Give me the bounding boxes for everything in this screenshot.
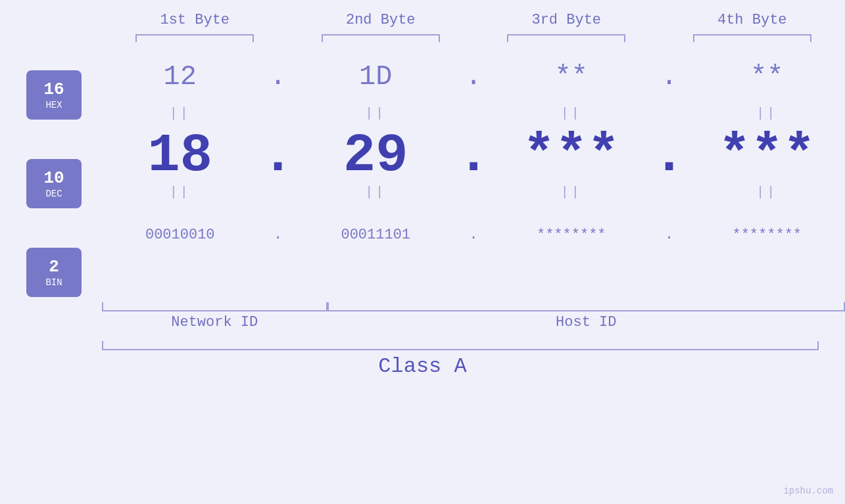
network-bracket <box>102 302 327 311</box>
bracket-cell-4 <box>660 32 846 44</box>
hex-dot-1: . <box>258 61 298 93</box>
eq-2: || <box>298 106 454 121</box>
bin-dot-1: . <box>258 227 298 243</box>
hex-number: 16 <box>43 80 64 100</box>
hex-val-2: 1D <box>298 61 454 93</box>
byte-header-2: 2nd Byte <box>288 12 474 28</box>
bin-val-2: 00011101 <box>298 227 454 243</box>
hex-val-4: ** <box>689 61 846 93</box>
hex-val-1: 12 <box>102 61 258 93</box>
bin-row: 00010010 . 00011101 . ******** . <box>102 208 845 261</box>
dec-dot-3: . <box>650 126 689 187</box>
dec-label: DEC <box>45 189 62 199</box>
bracket-line-4 <box>693 34 811 42</box>
class-bracket-row <box>0 341 845 350</box>
bin-number: 2 <box>49 257 59 277</box>
class-label-row: Class A <box>378 354 466 378</box>
bracket-cell-3 <box>473 32 660 44</box>
bracket-cell-2 <box>288 32 474 44</box>
eq2-4: || <box>689 185 846 200</box>
bin-dot-3: . <box>650 227 689 243</box>
dec-dot-2: . <box>454 126 493 187</box>
bracket-line-3 <box>507 34 625 42</box>
bin-val-1: 00010010 <box>102 227 258 243</box>
bin-badge: 2 BIN <box>26 248 82 297</box>
bracket-cell-1 <box>102 32 288 44</box>
id-brackets-row <box>0 302 845 311</box>
equals-row-1: || || || || <box>102 103 845 123</box>
eq2-3: || <box>493 185 650 200</box>
watermark: ipshu.com <box>783 486 833 496</box>
hex-val-3: ** <box>493 61 650 93</box>
bracket-line-1 <box>135 34 254 42</box>
network-id-label: Network ID <box>102 314 327 331</box>
byte-header-1: 1st Byte <box>102 12 288 28</box>
content-area: 16 HEX 10 DEC 2 BIN 12 . <box>0 51 845 297</box>
dec-val-3: *** <box>493 129 650 183</box>
dec-number: 10 <box>43 168 64 189</box>
values-grid: 12 . 1D . ** . ** <box>102 51 845 297</box>
bin-dot-2: . <box>454 227 493 243</box>
dec-dot-1: . <box>258 126 298 187</box>
equals-row-2: || || || || <box>102 182 845 202</box>
class-bracket-line <box>102 341 819 350</box>
eq2-2: || <box>298 185 454 200</box>
top-bracket-row <box>0 32 845 44</box>
bin-val-3: ******** <box>493 227 650 243</box>
eq-3: || <box>493 106 650 121</box>
hex-label: HEX <box>45 100 62 110</box>
byte-header-3: 3rd Byte <box>473 12 660 28</box>
dec-val-4: *** <box>689 129 846 183</box>
eq-4: || <box>689 106 846 121</box>
bin-label: BIN <box>45 277 62 288</box>
dec-val-1: 18 <box>102 126 258 187</box>
hex-row: 12 . 1D . ** . ** <box>102 51 845 103</box>
byte-header-4: 4th Byte <box>660 12 846 28</box>
byte-headers-row: 1st Byte 2nd Byte 3rd Byte 4th Byte <box>0 12 845 28</box>
hex-badge: 16 HEX <box>26 70 82 120</box>
main-container: 1st Byte 2nd Byte 3rd Byte 4th Byte 16 H… <box>0 0 845 504</box>
dec-row: 18 . 29 . *** . *** <box>102 129 845 182</box>
eq-1: || <box>102 106 258 121</box>
id-labels-row: Network ID Host ID <box>0 314 845 331</box>
host-id-label: Host ID <box>327 314 846 331</box>
class-label: Class A <box>378 354 466 378</box>
bin-val-4: ******** <box>689 227 846 243</box>
bracket-line-2 <box>322 34 440 42</box>
hex-dot-2: . <box>454 61 493 93</box>
dec-badge: 10 DEC <box>26 159 82 208</box>
hex-dot-3: . <box>650 61 689 93</box>
eq2-1: || <box>102 185 258 200</box>
dec-val-2: 29 <box>298 126 454 187</box>
host-bracket <box>327 302 846 311</box>
base-labels: 16 HEX 10 DEC 2 BIN <box>26 51 102 297</box>
